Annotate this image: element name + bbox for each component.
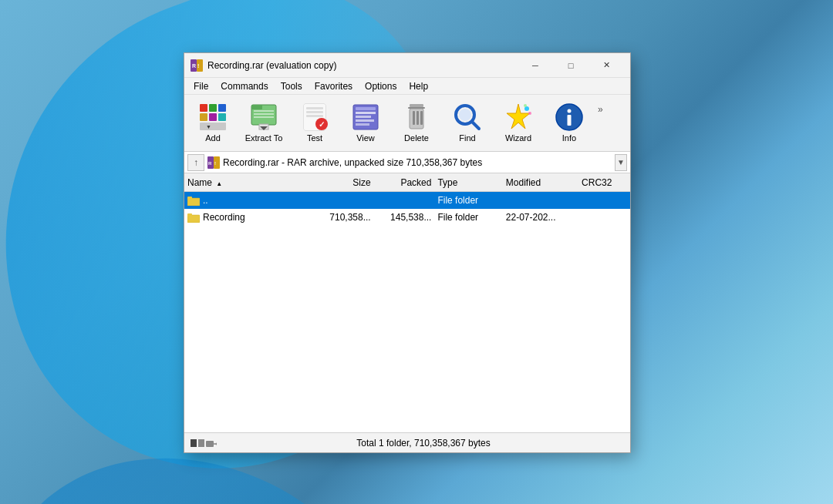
row-parent-type: File folder	[437, 195, 505, 206]
row-recording-modified: 22-07-202...	[506, 212, 582, 223]
window-controls: ─ □ ✕	[518, 53, 624, 78]
address-bar: ↑ R ! Recording.rar - RAR archive, unpac…	[184, 152, 630, 173]
svg-rect-47	[568, 115, 572, 126]
svg-rect-32	[410, 104, 423, 107]
svg-rect-29	[356, 116, 371, 118]
menu-options[interactable]: Options	[359, 79, 403, 93]
svg-rect-14	[254, 110, 274, 112]
address-path: Recording.rar - RAR archive, unpacked si…	[223, 157, 612, 168]
svg-text:▼: ▼	[206, 124, 211, 129]
window-title: Recording.rar (evaluation copy)	[207, 60, 518, 71]
folder-icon	[187, 196, 200, 206]
svg-line-40	[472, 122, 479, 129]
menu-commands[interactable]: Commands	[214, 79, 274, 93]
toolbar-info-button[interactable]: Info	[545, 99, 593, 148]
svg-rect-57	[191, 439, 197, 447]
svg-text:R: R	[192, 63, 196, 69]
svg-rect-36	[416, 111, 419, 125]
row-parent-name: ..	[203, 195, 208, 206]
svg-text:✓: ✓	[319, 120, 325, 129]
row-recording-packed: 145,538...	[377, 212, 438, 223]
extract-label: Extract To	[245, 133, 283, 143]
svg-rect-13	[251, 105, 262, 109]
col-header-size[interactable]: Size	[309, 177, 377, 188]
test-label: Test	[307, 133, 322, 143]
title-bar: R ! Recording.rar (evaluation copy) ─ □ …	[184, 53, 630, 78]
svg-rect-7	[200, 113, 207, 121]
svg-rect-23	[306, 115, 323, 117]
col-header-crc32[interactable]: CRC32	[582, 177, 627, 188]
test-icon: ✓	[300, 102, 329, 132]
svg-point-44	[524, 104, 527, 107]
address-dropdown-button[interactable]: ▼	[615, 154, 627, 171]
svg-point-43	[528, 112, 531, 115]
svg-rect-5	[209, 104, 217, 112]
winrar-window: R ! Recording.rar (evaluation copy) ─ □ …	[184, 52, 631, 453]
col-header-name[interactable]: Name ▲	[187, 177, 309, 188]
svg-text:!: !	[197, 63, 199, 69]
toolbar-wizard-button[interactable]: Wizard	[494, 99, 542, 148]
wizard-label: Wizard	[505, 133, 531, 143]
status-icons	[191, 439, 217, 447]
toolbar-find-button[interactable]: Find	[443, 99, 491, 148]
svg-rect-9	[218, 113, 226, 121]
row-recording-type: File folder	[437, 212, 505, 223]
svg-rect-30	[356, 119, 374, 122]
menu-tools[interactable]: Tools	[275, 79, 309, 93]
add-label: Add	[205, 133, 221, 143]
file-rows-container: .. File folder Recording 710,358...	[184, 192, 630, 432]
table-row[interactable]: Recording 710,358... 145,538... File fol…	[184, 209, 630, 226]
delete-icon	[402, 102, 431, 132]
toolbar-test-button[interactable]: ✓ Test	[291, 99, 339, 148]
table-row[interactable]: .. File folder	[184, 192, 630, 209]
svg-rect-16	[254, 116, 274, 118]
svg-rect-27	[356, 107, 376, 110]
extract-icon	[249, 102, 278, 132]
toolbar-delete-button[interactable]: Delete	[393, 99, 440, 148]
status-icon-1	[191, 439, 204, 447]
col-header-modified[interactable]: Modified	[506, 177, 582, 188]
toolbar-view-button[interactable]: View	[342, 99, 390, 148]
add-icon: ▼	[198, 102, 228, 132]
toolbar-extract-button[interactable]: Extract To	[240, 99, 288, 148]
menu-file[interactable]: File	[187, 79, 214, 93]
svg-rect-31	[356, 123, 369, 126]
col-header-packed[interactable]: Packed	[377, 177, 438, 188]
svg-point-39	[459, 109, 471, 121]
col-header-type[interactable]: Type	[437, 177, 505, 188]
minimize-button[interactable]: ─	[518, 53, 553, 78]
maximize-button[interactable]: □	[553, 53, 588, 78]
menu-bar: File Commands Tools Favorites Options He…	[184, 78, 630, 95]
svg-rect-4	[200, 104, 207, 112]
address-rar-icon: R !	[207, 156, 220, 169]
svg-text:R: R	[208, 161, 212, 166]
toolbar-more-button[interactable]: »	[596, 102, 605, 116]
svg-text:!: !	[214, 161, 216, 166]
svg-rect-54	[187, 197, 192, 200]
toolbar-add-button[interactable]: ▼ Add	[189, 99, 237, 148]
info-label: Info	[562, 133, 576, 143]
toolbar: ▼ Add Extract To	[184, 95, 630, 152]
menu-favorites[interactable]: Favorites	[309, 79, 359, 93]
status-icon-2	[206, 439, 217, 447]
svg-rect-58	[198, 439, 204, 447]
navigate-up-button[interactable]: ↑	[187, 154, 204, 171]
svg-rect-8	[209, 113, 217, 121]
close-button[interactable]: ✕	[588, 53, 624, 78]
svg-rect-37	[420, 111, 423, 125]
menu-help[interactable]: Help	[403, 79, 434, 93]
column-headers: Name ▲ Size Packed Type Modified CRC32	[184, 173, 630, 192]
svg-rect-35	[413, 111, 415, 125]
svg-rect-59	[206, 441, 214, 447]
status-bar: Total 1 folder, 710,358,367 bytes	[184, 432, 630, 452]
row-recording-name: Recording	[203, 212, 245, 223]
info-icon	[555, 102, 584, 132]
status-text: Total 1 folder, 710,358,367 bytes	[223, 438, 624, 449]
app-icon: R !	[191, 59, 203, 72]
delete-label: Delete	[404, 133, 429, 143]
find-icon	[453, 102, 482, 132]
sort-indicator: ▲	[216, 180, 222, 187]
wizard-icon	[504, 102, 533, 132]
find-label: Find	[459, 133, 475, 143]
svg-rect-6	[218, 104, 226, 112]
